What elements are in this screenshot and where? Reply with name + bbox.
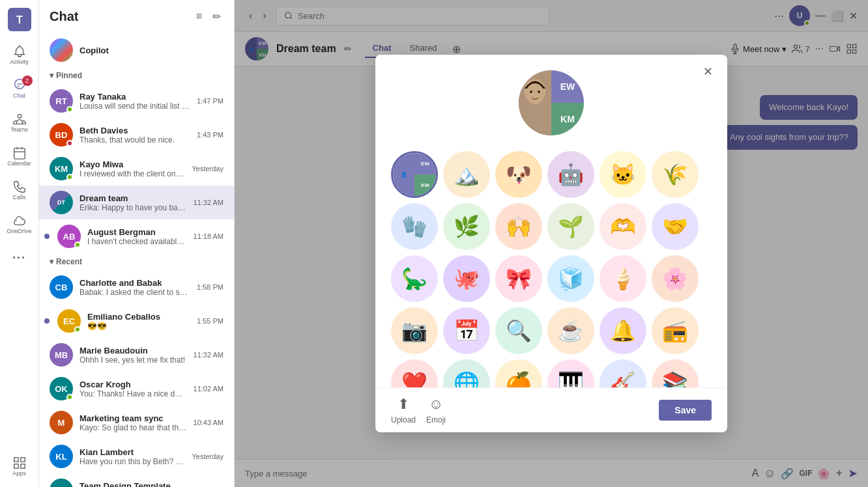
nav-apps-label: Apps (12, 470, 26, 477)
avatar-em: EC (57, 309, 81, 333)
emoji-item-12[interactable]: 🦕 (391, 255, 438, 302)
emoji-item-20[interactable]: 🔍 (495, 307, 542, 354)
emoji-item-17[interactable]: 🌸 (652, 255, 699, 302)
emoji-item-9[interactable]: 🌱 (547, 203, 594, 250)
chat-info-oscar: Oscar Krogh You: Thanks! Have a nice day… (80, 380, 187, 398)
emoji-item-18[interactable]: 📷 (391, 307, 438, 354)
emoji-item-14[interactable]: 🎀 (495, 255, 542, 302)
emoji-item-26[interactable]: 🍊 (495, 359, 542, 387)
status-beth (66, 140, 73, 146)
emoji-item-28[interactable]: 🎸 (600, 359, 646, 387)
avatar-beth: BD (50, 123, 73, 146)
chat-item-ray[interactable]: RT Ray Tanaka Louisa will send the initi… (39, 84, 234, 118)
nav-chat-label: Chat (13, 92, 25, 99)
chat-item-team[interactable]: TD Team Design Template Reta: Let's set … (39, 473, 234, 487)
emoji-item-11[interactable]: 🤝 (652, 203, 699, 250)
modal-footer: ⬆ Upload ☺ Emoji Save (375, 387, 727, 432)
svg-rect-6 (14, 458, 18, 462)
emoji-item-3[interactable]: 🤖 (547, 151, 594, 198)
chat-preview-beth: Thanks, that would be nice. (80, 135, 190, 145)
emoji-item-23[interactable]: 📻 (652, 307, 699, 354)
svg-rect-2 (14, 148, 25, 160)
emoji-item-29[interactable]: 📚 (652, 359, 699, 387)
emoji-item-8[interactable]: 🙌 (495, 203, 542, 250)
recent-section-label[interactable]: ▾ Recent (39, 253, 234, 270)
nav-teams[interactable]: Teams (4, 107, 35, 138)
emoji-item-27[interactable]: 🎹 (547, 359, 594, 387)
chat-item-em[interactable]: EC Emiliano Ceballos 😎😎 1:55 PM (39, 304, 234, 338)
pinned-section-label[interactable]: ▾ Pinned (39, 67, 234, 84)
footer-left: ⬆ Upload ☺ Emoji (391, 396, 446, 424)
nav-sidebar: T Activity Chat 2 Teams Calendar Calls O… (0, 0, 39, 487)
person-silhouette (519, 70, 551, 135)
chat-preview-dream: Erika: Happy to have you back... (80, 203, 187, 212)
emoji-item-16[interactable]: 🍦 (600, 255, 646, 302)
unread-dot-aug (44, 234, 50, 239)
chat-time-beth: 1:43 PM (197, 131, 224, 139)
chat-item-char[interactable]: CB Charlotte and Babak Babak: I asked th… (39, 270, 234, 304)
emoji-picker-button[interactable]: ☺ Emoji (426, 396, 446, 424)
nav-activity[interactable]: Activity (4, 39, 35, 70)
upload-button[interactable]: ⬆ Upload (391, 396, 416, 424)
chat-time-aug: 11:18 AM (194, 232, 224, 240)
emoji-row-5: ❤️ 🌐 🍊 🎹 🎸 📚 (391, 359, 712, 387)
emoji-item-19[interactable]: 📅 (443, 307, 490, 354)
emoji-item-25[interactable]: 🌐 (443, 359, 490, 387)
group-image-modal: EW KM ✕ 👤 EW KM 🏔️ 🐶 (375, 55, 727, 432)
nav-calendar[interactable]: Calendar (4, 141, 35, 172)
status-ray (66, 106, 73, 113)
chat-item-mkt[interactable]: M Marketing team sync Kayo: So glad to h… (39, 406, 234, 439)
emoji-item-1[interactable]: 🏔️ (443, 151, 490, 198)
copilot-item[interactable]: Copilot (39, 33, 234, 67)
emoji-item-10[interactable]: 🫶 (600, 203, 646, 250)
nav-onedrive[interactable]: OneDrive (4, 208, 35, 240)
emoji-item-5[interactable]: 🌾 (652, 151, 699, 198)
chat-info-team: Team Design Template Reta: Let's set up … (80, 481, 185, 488)
svg-point-21 (526, 83, 544, 104)
emoji-item-24[interactable]: ❤️ (391, 359, 438, 387)
chat-list-panel: Chat ≡ ✏ Copilot ▾ Pinned RT Ray Tanaka … (39, 0, 235, 487)
chat-item-marie[interactable]: MB Marie Beaudouin Ohhh I see, yes let m… (39, 338, 234, 372)
save-button[interactable]: Save (659, 400, 712, 421)
avatar-kayo: KM (50, 157, 73, 180)
emoji-item-6[interactable]: 🧤 (391, 203, 438, 250)
nav-chat[interactable]: Chat 2 (4, 73, 35, 104)
new-chat-icon[interactable]: ✏ (210, 8, 224, 25)
chat-item-oscar[interactable]: OK Oscar Krogh You: Thanks! Have a nice … (39, 372, 234, 406)
upload-label: Upload (391, 415, 416, 424)
chat-name-char: Charlotte and Babak (80, 278, 190, 288)
svg-point-23 (538, 90, 540, 93)
chat-item-kian[interactable]: KL Kian Lambert Have you run this by Bet… (39, 439, 234, 473)
nav-apps[interactable]: Apps (4, 451, 35, 482)
emoji-item-13[interactable]: 🐙 (443, 255, 490, 302)
chat-item-aug[interactable]: AB August Bergman I haven't checked avai… (39, 219, 234, 253)
avatar-km-quadrant: KM (551, 103, 584, 135)
emoji-item-group[interactable]: 👤 EW KM (391, 151, 438, 198)
emoji-item-2[interactable]: 🐶 (495, 151, 542, 198)
avatar-ray: RT (50, 89, 73, 113)
emoji-row-4: 📷 📅 🔍 ☕ 🔔 📻 (391, 307, 712, 354)
emoji-item-7[interactable]: 🌿 (443, 203, 490, 250)
avatar-kian: KL (50, 445, 73, 468)
upload-icon: ⬆ (398, 396, 409, 413)
chat-info-em: Emiliano Ceballos 😎😎 (87, 312, 190, 331)
chat-item-kayo[interactable]: KM Kayo Miwa I reviewed with the client … (39, 152, 234, 186)
avatar-dream: DT (50, 191, 73, 214)
chat-name-aug: August Bergman (87, 227, 187, 237)
filter-icon[interactable]: ≡ (194, 8, 205, 25)
chat-preview-kian: Have you run this by Beth? Mak... (80, 457, 185, 466)
teams-logo[interactable]: T (8, 8, 31, 31)
svg-text:T: T (16, 14, 23, 25)
emoji-item-22[interactable]: 🔔 (600, 307, 646, 354)
chat-preview-marie: Ohhh I see, yes let me fix that! (80, 355, 187, 365)
emoji-item-4[interactable]: 🐱 (600, 151, 646, 198)
chat-info-kian: Kian Lambert Have you run this by Beth? … (80, 447, 185, 466)
chat-item-dream[interactable]: DT Dream team Erika: Happy to have you b… (39, 186, 234, 219)
emoji-label: Emoji (426, 415, 446, 424)
nav-more[interactable]: ··· (4, 242, 35, 273)
modal-close-button[interactable]: ✕ (699, 63, 717, 81)
emoji-item-21[interactable]: ☕ (547, 307, 594, 354)
emoji-item-15[interactable]: 🧊 (547, 255, 594, 302)
chat-item-beth[interactable]: BD Beth Davies Thanks, that would be nic… (39, 118, 234, 152)
nav-calls[interactable]: Calls (4, 174, 35, 206)
